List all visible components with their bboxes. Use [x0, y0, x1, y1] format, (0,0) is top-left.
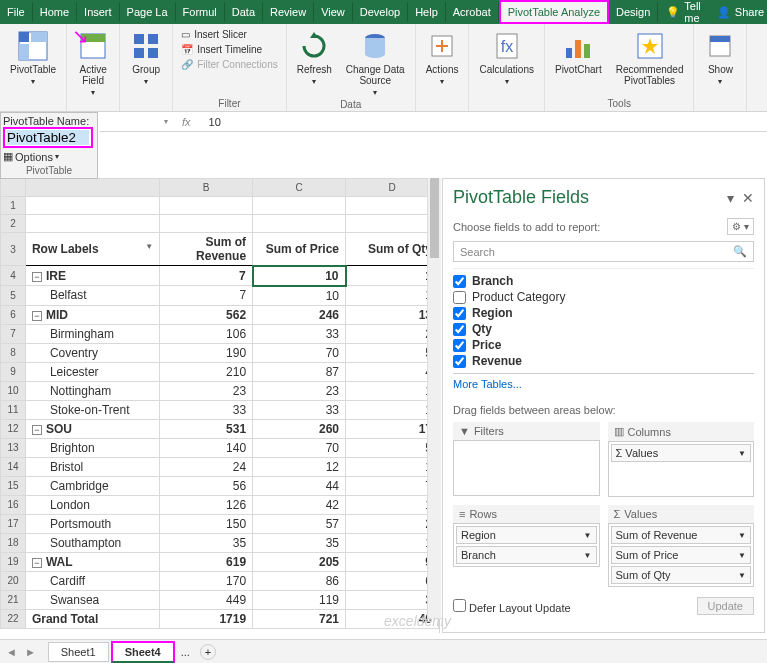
- update-button[interactable]: Update: [697, 597, 754, 615]
- svg-rect-1: [19, 32, 29, 42]
- field-item[interactable]: Revenue: [453, 353, 754, 369]
- field-item[interactable]: Region: [453, 305, 754, 321]
- area-pill[interactable]: Sum of Price▼: [611, 546, 752, 564]
- tab-pivottable-analyze[interactable]: PivotTable Analyze: [499, 0, 609, 24]
- area-pill[interactable]: Σ Values▼: [611, 444, 752, 462]
- show-button[interactable]: Show▾: [700, 28, 740, 88]
- area-pill[interactable]: Region▼: [456, 526, 597, 544]
- vertical-scrollbar[interactable]: [427, 178, 441, 619]
- field-item[interactable]: Price: [453, 337, 754, 353]
- svg-rect-16: [584, 44, 590, 58]
- area-pill[interactable]: Sum of Revenue▼: [611, 526, 752, 544]
- tab-help[interactable]: Help: [408, 2, 446, 22]
- filter-group-label: Filter: [218, 98, 240, 109]
- fields-search-input[interactable]: Search 🔍: [453, 241, 754, 262]
- pivottable-button[interactable]: PivotTable▾: [6, 28, 60, 88]
- filters-area[interactable]: [453, 440, 600, 496]
- pivotchart-button[interactable]: PivotChart: [551, 28, 606, 77]
- sheet-nav-next-icon[interactable]: ►: [25, 646, 36, 658]
- defer-layout-checkbox[interactable]: Defer Layout Update: [453, 599, 571, 614]
- field-item[interactable]: Branch: [453, 273, 754, 289]
- pivottable-name-panel: PivotTable Name: ▦Options ▾ PivotTable: [0, 112, 98, 179]
- group-icon: [130, 30, 162, 62]
- field-item[interactable]: Qty: [453, 321, 754, 337]
- refresh-icon: [298, 30, 330, 62]
- actions-button[interactable]: Actions▾: [422, 28, 463, 88]
- insert-slicer-button[interactable]: ▭Insert Slicer: [179, 28, 280, 41]
- options-icon: ▦: [3, 150, 13, 163]
- tab-acrobat[interactable]: Acrobat: [446, 2, 499, 22]
- tab-view[interactable]: View: [314, 2, 353, 22]
- area-pill[interactable]: Sum of Qty▼: [611, 566, 752, 584]
- insert-timeline-button[interactable]: 📅Insert Timeline: [179, 43, 280, 56]
- share-icon: 👤: [717, 6, 731, 19]
- tab-developer[interactable]: Develop: [353, 2, 408, 22]
- worksheet-grid[interactable]: BCD123Row Labels▼Sum of RevenueSum of Pr…: [0, 178, 440, 633]
- svg-text:fx: fx: [500, 38, 512, 55]
- drag-areas-label: Drag fields between areas below:: [453, 404, 754, 416]
- refresh-button[interactable]: Refresh▾: [293, 28, 336, 88]
- area-pill[interactable]: Branch▼: [456, 546, 597, 564]
- formula-bar: ▾ fx 10: [100, 112, 767, 132]
- pivottable-icon: [17, 30, 49, 62]
- ribbon: PivotTable▾ Active Field▾ Group▾ ▭Insert…: [0, 24, 767, 112]
- sheet-tab-more[interactable]: ...: [177, 646, 194, 658]
- sheet-tab-sheet4[interactable]: Sheet4: [111, 641, 175, 663]
- svg-rect-2: [31, 32, 47, 42]
- recommended-icon: [634, 30, 666, 62]
- columns-area[interactable]: Σ Values▼: [608, 441, 755, 497]
- filter-icon: 🔗: [181, 59, 193, 70]
- pivottable-name-input[interactable]: [7, 130, 89, 145]
- rows-area[interactable]: Region▼Branch▼: [453, 523, 600, 567]
- change-data-source-button[interactable]: Change Data Source▾: [342, 28, 409, 99]
- calculations-button[interactable]: fxCalculations▾: [475, 28, 537, 88]
- field-list[interactable]: BranchProduct CategoryRegionQtyPriceReve…: [453, 268, 754, 374]
- annotation-arrow-icon: ↘: [72, 24, 89, 48]
- svg-rect-6: [134, 34, 144, 44]
- values-area[interactable]: Sum of Revenue▼Sum of Price▼Sum of Qty▼: [608, 523, 755, 587]
- field-item[interactable]: Product Category: [453, 289, 754, 305]
- fx-button[interactable]: fx: [172, 116, 201, 128]
- more-tables-link[interactable]: More Tables...: [453, 374, 754, 394]
- sigma-icon: Σ: [614, 508, 621, 520]
- filters-area-title: ▼Filters: [453, 422, 600, 440]
- rows-area-title: ≡Rows: [453, 505, 600, 523]
- close-icon[interactable]: ✕: [742, 190, 754, 206]
- gear-icon[interactable]: ⚙ ▾: [727, 218, 754, 235]
- svg-rect-15: [575, 40, 581, 58]
- actions-icon: [426, 30, 458, 62]
- chevron-down-icon[interactable]: ▾: [160, 117, 172, 126]
- tab-review[interactable]: Review: [263, 2, 314, 22]
- show-icon: [704, 30, 736, 62]
- columns-area-title: ▥Columns: [608, 422, 755, 441]
- slicer-icon: ▭: [181, 29, 190, 40]
- share-button[interactable]: 👤Share: [709, 2, 767, 23]
- formula-value[interactable]: 10: [201, 116, 229, 128]
- add-sheet-button[interactable]: +: [200, 644, 216, 660]
- tab-data[interactable]: Data: [225, 2, 263, 22]
- svg-rect-8: [134, 48, 144, 58]
- fields-title: PivotTable Fields: [453, 187, 589, 208]
- sheet-nav-prev-icon[interactable]: ◄: [6, 646, 17, 658]
- pivotchart-icon: [562, 30, 594, 62]
- tab-home[interactable]: Home: [33, 2, 77, 22]
- lightbulb-icon: 💡: [666, 6, 680, 19]
- tab-formulas[interactable]: Formul: [176, 2, 225, 22]
- tab-design[interactable]: Design: [609, 2, 658, 22]
- recommended-pivottables-button[interactable]: Recommended PivotTables: [612, 28, 688, 88]
- svg-rect-3: [19, 44, 29, 60]
- pivottable-options-button[interactable]: ▦Options ▾: [3, 150, 95, 163]
- sheet-tab-sheet1[interactable]: Sheet1: [48, 642, 109, 662]
- pivottable-name-label: PivotTable Name:: [3, 115, 95, 127]
- ribbon-tabs: File Home Insert Page La Formul Data Rev…: [0, 0, 767, 24]
- pivottable-name-input-wrap: [3, 127, 93, 148]
- fields-choose-label: Choose fields to add to report:: [453, 221, 600, 233]
- svg-rect-19: [710, 36, 730, 42]
- tab-insert[interactable]: Insert: [77, 2, 120, 22]
- datasource-icon: [359, 30, 391, 62]
- group-button[interactable]: Group▾: [126, 28, 166, 88]
- filter-connections-button[interactable]: 🔗Filter Connections: [179, 58, 280, 71]
- fields-dropdown-icon[interactable]: ▾: [727, 190, 734, 206]
- tab-pagelayout[interactable]: Page La: [120, 2, 176, 22]
- tab-file[interactable]: File: [0, 2, 33, 22]
